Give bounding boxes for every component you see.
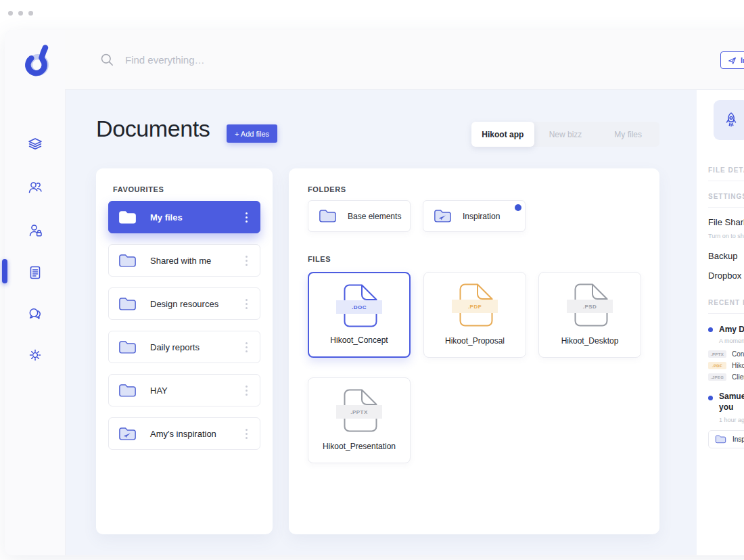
invite-button[interactable]: Invite <box>720 51 744 69</box>
tab-label: Hikoot app <box>482 130 524 139</box>
favourite-label: Shared with me <box>150 256 211 266</box>
favourite-item-shared-with-me[interactable]: Shared with me <box>108 244 260 277</box>
item-menu-icon[interactable] <box>243 340 250 355</box>
setting-file-sharing[interactable]: File Sharing <box>708 217 744 227</box>
favourite-label: Design resources <box>150 299 218 309</box>
divider <box>708 313 744 314</box>
window-controls[interactable] <box>8 11 33 16</box>
file-ext-badge: .PDF <box>708 362 726 369</box>
rocket-chip[interactable] <box>714 100 744 140</box>
favourite-item-daily-reports[interactable]: Daily reports <box>108 331 260 363</box>
favourite-item-design-resources[interactable]: Design resources <box>108 287 260 320</box>
activity-user-line2: you <box>719 402 733 412</box>
file-name: Hikoot_Desktop <box>539 336 641 346</box>
favourites-panel: FAVOURITES My files Shared with me <box>96 168 273 534</box>
file-doc-icon: .PPTX <box>341 389 377 432</box>
layers-icon <box>27 136 43 152</box>
document-icon <box>27 264 43 281</box>
folder-send-icon <box>434 209 452 223</box>
sidebar-item-layers[interactable] <box>27 136 43 152</box>
details-panel: FILE DETAILS SETTINGS File Sharing Turn … <box>697 90 744 555</box>
file-hikoot-proposal[interactable]: .PDF Hikoot_Proposal <box>423 272 526 358</box>
sidebar-item-messages[interactable] <box>27 306 43 322</box>
favourite-label: Daily reports <box>150 342 200 352</box>
file-ext-badge: .PPTX <box>708 350 726 358</box>
item-menu-icon[interactable] <box>243 383 250 398</box>
tab-my-files[interactable]: My files <box>597 122 659 147</box>
file-doc-icon: .PSD <box>572 283 608 327</box>
setting-dropbox-sync[interactable]: Dropbox Sync <box>708 271 744 281</box>
settings-heading: SETTINGS <box>708 193 744 200</box>
folder-icon <box>118 254 137 268</box>
window-dot[interactable] <box>8 11 13 16</box>
add-files-button[interactable]: + Add files <box>227 124 277 143</box>
favourite-item-amys-inspiration[interactable]: Amy's inspiration <box>108 417 260 450</box>
app-window: Invite Documents + Add files Hikoot app … <box>5 30 744 555</box>
files-heading: FILES <box>308 255 331 263</box>
folder-base-elements[interactable]: Base elements <box>308 200 411 232</box>
folder-icon <box>715 435 726 444</box>
documents-panel: FOLDERS Base elements Inspiration FILES <box>289 168 659 534</box>
page-title: Documents <box>96 116 210 142</box>
recent-file-name: Client_S <box>732 373 744 381</box>
item-menu-icon[interactable] <box>243 210 250 225</box>
activity-time: 1 hour ago <box>719 417 744 423</box>
folders-heading: FOLDERS <box>308 185 346 193</box>
sidebar-item-documents[interactable] <box>27 264 43 281</box>
recent-file-chip[interactable]: .PDF Hikoot_ <box>708 362 744 369</box>
recent-file-chip[interactable]: .JPEG Client_S <box>708 373 744 381</box>
folder-send-icon <box>118 427 137 441</box>
window-dot[interactable] <box>18 11 23 16</box>
folder-inspiration[interactable]: Inspiration <box>423 200 526 232</box>
workspace-tabs: Hikoot app New bizz My files <box>471 122 659 147</box>
tab-new-bizz[interactable]: New bizz <box>534 122 597 147</box>
favourite-item-my-files[interactable]: My files <box>108 201 260 233</box>
tab-hikoot-app[interactable]: Hikoot app <box>471 122 534 147</box>
file-name: Hikoot_Concept <box>309 335 409 345</box>
item-menu-icon[interactable] <box>243 296 250 312</box>
top-header: Invite <box>65 30 744 90</box>
item-menu-icon[interactable] <box>243 426 250 442</box>
rocket-icon <box>722 111 740 129</box>
folder-icon <box>118 383 137 398</box>
favourites-heading: FAVOURITES <box>113 185 164 193</box>
file-hikoot-presentation[interactable]: .PPTX Hikoot_Presentation <box>308 377 411 463</box>
invite-button-label: Invite <box>741 56 744 64</box>
settings-icon <box>27 347 43 363</box>
folder-label: Inspiration <box>463 212 500 221</box>
file-doc-icon: .PDF <box>457 283 493 327</box>
file-hikoot-desktop[interactable]: .PSD Hikoot_Desktop <box>538 272 641 358</box>
divider <box>708 207 744 208</box>
file-details-heading: FILE DETAILS <box>708 166 744 174</box>
setting-backup[interactable]: Backup <box>708 251 737 261</box>
search-bar[interactable] <box>100 30 329 89</box>
folder-icon <box>319 209 337 223</box>
recent-folder-chip[interactable]: Inspiration <box>708 430 744 448</box>
folder-icon <box>118 297 137 311</box>
file-doc-icon: .DOC <box>341 284 377 327</box>
notification-dot <box>515 204 521 211</box>
folder-icon <box>118 340 137 354</box>
favourite-item-hay[interactable]: HAY <box>108 374 260 406</box>
tab-label: New bizz <box>549 130 582 139</box>
sidebar-item-settings[interactable] <box>27 347 43 363</box>
recent-files-heading: RECENT FILES <box>708 299 744 306</box>
recent-file-name: Hikoot_ <box>732 362 744 369</box>
sidebar-item-team[interactable] <box>27 179 43 195</box>
activity-time: A moment ago <box>719 337 744 344</box>
search-input[interactable] <box>124 53 329 66</box>
window-dot[interactable] <box>28 11 33 16</box>
favourite-label: HAY <box>150 386 168 396</box>
sidebar-active-indicator <box>2 259 7 283</box>
sidebar-item-private[interactable] <box>27 223 43 239</box>
chat-icon <box>27 306 43 322</box>
recent-file-chip[interactable]: .PPTX Content_ <box>708 350 744 358</box>
recent-file-name: Content_ <box>732 350 744 358</box>
item-menu-icon[interactable] <box>243 253 250 269</box>
file-hikoot-concept[interactable]: .DOC Hikoot_Concept <box>308 272 411 358</box>
app-logo <box>20 44 51 76</box>
recent-folder-name: Inspiration <box>733 436 744 443</box>
activity-user: Amy Dett <box>719 325 744 334</box>
file-ext-badge: .JPEG <box>708 373 726 381</box>
search-icon <box>100 53 114 67</box>
